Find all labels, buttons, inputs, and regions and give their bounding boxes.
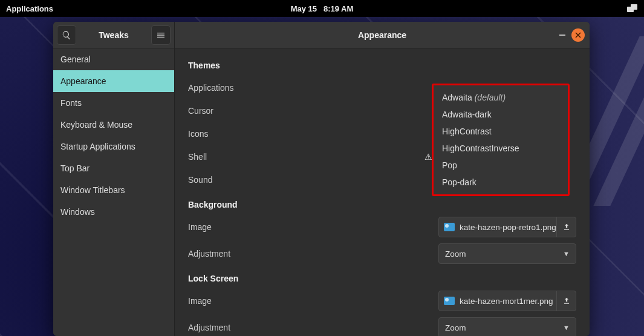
sidebar-item-appearance[interactable]: Appearance [53, 70, 174, 92]
headerbar-left: Tweaks [53, 22, 174, 48]
themes-icons-label: Icons [188, 129, 297, 139]
upload-icon [562, 223, 571, 231]
clock-time: 8:19 AM [324, 4, 353, 13]
sidebar: General Appearance Fonts Keyboard & Mous… [53, 48, 174, 336]
close-button[interactable] [571, 28, 585, 42]
minimize-button[interactable] [559, 35, 565, 36]
lockscreen-image-browse-button[interactable] [556, 291, 576, 311]
background-image-label: Image [188, 222, 297, 232]
image-file-icon [444, 297, 455, 305]
page-title: Appearance [358, 30, 406, 40]
background-adjustment-value: Zoom [445, 249, 466, 259]
clock[interactable]: May 15 8:19 AM [291, 4, 354, 13]
sidebar-item-windows[interactable]: Windows [53, 201, 174, 223]
sidebar-item-top-bar[interactable]: Top Bar [53, 157, 174, 179]
chevron-down-icon: ▼ [563, 250, 570, 257]
image-file-icon [444, 223, 455, 231]
themes-applications-label: Applications [188, 83, 297, 93]
lockscreen-adjustment-combo[interactable]: Zoom ▼ [438, 317, 576, 336]
sidebar-item-keyboard-mouse[interactable]: Keyboard & Mouse [53, 114, 174, 136]
clock-date: May 15 [291, 4, 317, 13]
themes-shell-label: Shell [188, 152, 297, 162]
search-button[interactable] [57, 25, 76, 45]
lockscreen-image-filename: kate-hazen-mort1mer.png [460, 297, 553, 306]
theme-option-pop[interactable]: Pop [434, 157, 568, 174]
lockscreen-adjustment-label: Adjustment [188, 323, 297, 332]
applications-menu[interactable]: Applications [6, 4, 53, 13]
upload-icon [562, 297, 571, 305]
lockscreen-image-chooser[interactable]: kate-hazen-mort1mer.png [438, 291, 576, 311]
app-title: Tweaks [76, 30, 151, 40]
theme-option-highcontrastinverse[interactable]: HighContrastInverse [434, 140, 568, 157]
theme-option-highcontrast[interactable]: HighContrast [434, 123, 568, 140]
themes-cursor-label: Cursor [188, 106, 297, 116]
content-area: Themes Applications Cursor Icons Shell ⚠… [174, 48, 590, 336]
lockscreen-image-label: Image [188, 296, 297, 306]
gnome-top-bar: Applications May 15 8:19 AM [0, 0, 644, 17]
lockscreen-adjustment-value: Zoom [445, 323, 466, 332]
background-adjustment-combo[interactable]: Zoom ▼ [438, 243, 576, 264]
close-icon [575, 32, 581, 38]
section-background-title: Background [188, 200, 576, 209]
sidebar-item-fonts[interactable]: Fonts [53, 92, 174, 114]
headerbar-right: Appearance [174, 22, 590, 48]
hamburger-menu-button[interactable] [151, 25, 171, 45]
theme-option-adwaita[interactable]: Adwaita (default) [434, 89, 568, 106]
background-adjustment-label: Adjustment [188, 249, 297, 259]
applications-theme-popup: Adwaita (default) Adwaita-dark HighContr… [432, 84, 570, 196]
background-image-filename: kate-hazen-pop-retro1.png [460, 223, 556, 232]
theme-option-suffix: (default) [475, 93, 506, 102]
section-themes-title: Themes [188, 61, 576, 70]
background-image-chooser[interactable]: kate-hazen-pop-retro1.png [438, 217, 576, 237]
search-icon [62, 30, 71, 40]
theme-option-adwaita-dark[interactable]: Adwaita-dark [434, 106, 568, 123]
themes-sound-label: Sound [188, 175, 297, 185]
chevron-down-icon: ▼ [563, 324, 570, 331]
section-lockscreen-title: Lock Screen [188, 274, 576, 283]
tweaks-window: Tweaks Appearance General Appearance Fon… [53, 22, 590, 336]
sidebar-item-startup-applications[interactable]: Startup Applications [53, 136, 174, 157]
theme-option-label: Adwaita [442, 93, 472, 102]
theme-option-pop-dark[interactable]: Pop-dark [434, 174, 568, 191]
background-image-browse-button[interactable] [556, 217, 576, 237]
hamburger-icon [156, 30, 166, 40]
sidebar-item-window-titlebars[interactable]: Window Titlebars [53, 179, 174, 201]
minimize-icon [559, 35, 565, 36]
workspaces-icon[interactable] [627, 4, 638, 13]
sidebar-item-general[interactable]: General [53, 48, 174, 70]
